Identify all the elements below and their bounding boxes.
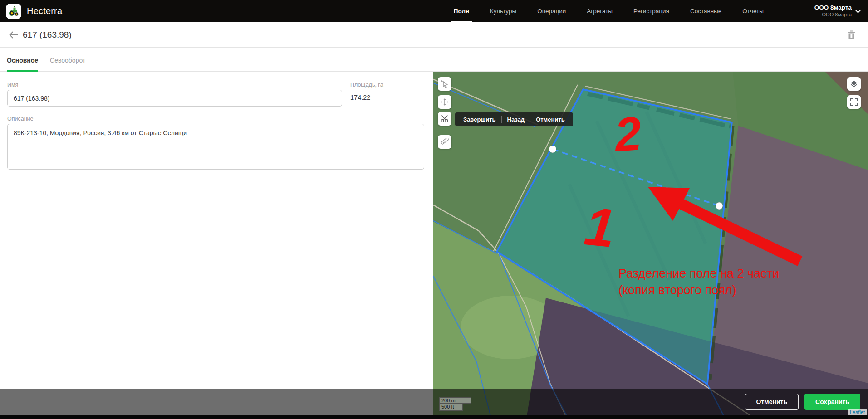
scale-imperial: 500 ft xyxy=(439,404,463,411)
tab-main[interactable]: Основное xyxy=(7,57,38,72)
tool-move-button[interactable] xyxy=(438,95,451,109)
brand: Hecterra xyxy=(0,4,62,19)
description-input[interactable]: 89К-213-10, Мордовия, Россия, 3.46 км от… xyxy=(7,124,424,170)
brand-name: Hecterra xyxy=(27,6,62,16)
nav-item-registration[interactable]: Регистрация xyxy=(633,0,669,22)
save-button[interactable]: Сохранить xyxy=(804,394,860,410)
move-icon xyxy=(441,98,449,106)
annotation-part-2: 2 xyxy=(612,107,643,161)
split-handle-left[interactable] xyxy=(549,146,556,153)
tool-cut-button[interactable] xyxy=(438,112,451,126)
annotation-part-1: 1 xyxy=(582,195,618,258)
tractor-icon xyxy=(6,4,21,19)
description-label: Описание xyxy=(7,116,34,122)
trash-icon xyxy=(848,30,855,39)
edit-toolbar: Завершить Назад Отменить xyxy=(455,112,573,126)
scale-control: 200 m 500 ft xyxy=(439,397,471,411)
hecterra-app: Hecterra Поля Культуры Операции Агрегаты… xyxy=(0,0,868,419)
chevron-down-icon xyxy=(855,10,861,13)
page-header: 617 (163.98) xyxy=(0,22,868,48)
area-value: 174.22 xyxy=(350,94,370,101)
field-form-panel: Имя Площадь, га 174.22 Описание 89К-213-… xyxy=(0,72,433,419)
layers-icon xyxy=(850,80,858,88)
org-switcher[interactable]: ООО 8марта ООО 8марта xyxy=(814,0,861,22)
undo-point-button[interactable]: Назад xyxy=(502,116,530,123)
leaflet-attribution[interactable]: Leaflet xyxy=(848,409,867,415)
org-name: ООО 8марта xyxy=(814,4,852,12)
annotation-note-line1: Разделение поле на 2 части xyxy=(618,267,779,280)
back-button[interactable] xyxy=(6,28,21,42)
cursor-select-icon xyxy=(441,80,449,88)
nav-item-composite[interactable]: Составные xyxy=(690,0,721,22)
scissors-icon xyxy=(441,115,449,123)
org-subname: ООО 8марта xyxy=(822,12,852,18)
scale-metric: 200 m xyxy=(439,397,471,404)
name-label: Имя xyxy=(7,82,18,88)
delete-button[interactable] xyxy=(844,28,858,42)
top-navigation: Поля Культуры Операции Агрегаты Регистра… xyxy=(454,0,764,22)
nav-item-crops[interactable]: Культуры xyxy=(490,0,516,22)
area-label: Площадь, га xyxy=(350,82,383,88)
nav-item-fields[interactable]: Поля xyxy=(454,0,469,22)
ruler-icon xyxy=(441,138,449,146)
cancel-cut-button[interactable]: Отменить xyxy=(530,116,570,123)
bottom-strip xyxy=(0,415,868,419)
map[interactable]: 2 1 Разделение поле на 2 части (копия вт… xyxy=(433,71,868,419)
arrow-left-icon xyxy=(9,31,18,39)
tool-ruler-button[interactable] xyxy=(438,135,451,149)
nav-item-operations[interactable]: Операции xyxy=(537,0,566,22)
nav-item-reports[interactable]: Отчеты xyxy=(742,0,764,22)
page-title: 617 (163.98) xyxy=(23,30,72,40)
footer-action-bar: Отменить Сохранить xyxy=(0,389,868,415)
fullscreen-button[interactable] xyxy=(847,95,861,109)
cancel-button[interactable]: Отменить xyxy=(745,394,799,410)
tab-bar: Основное Севооборот xyxy=(0,48,868,72)
fullscreen-icon xyxy=(850,98,858,106)
topbar: Hecterra Поля Культуры Операции Агрегаты… xyxy=(0,0,868,22)
finish-cut-button[interactable]: Завершить xyxy=(458,116,501,123)
layers-button[interactable] xyxy=(847,77,861,91)
tool-select-button[interactable] xyxy=(438,77,451,91)
name-input[interactable] xyxy=(7,90,342,107)
annotation-note-line2: (копия второго поял) xyxy=(618,283,736,297)
split-handle-right[interactable] xyxy=(716,202,723,210)
tab-crop-rotation[interactable]: Севооборот xyxy=(50,57,85,72)
nav-item-implements[interactable]: Агрегаты xyxy=(587,0,613,22)
